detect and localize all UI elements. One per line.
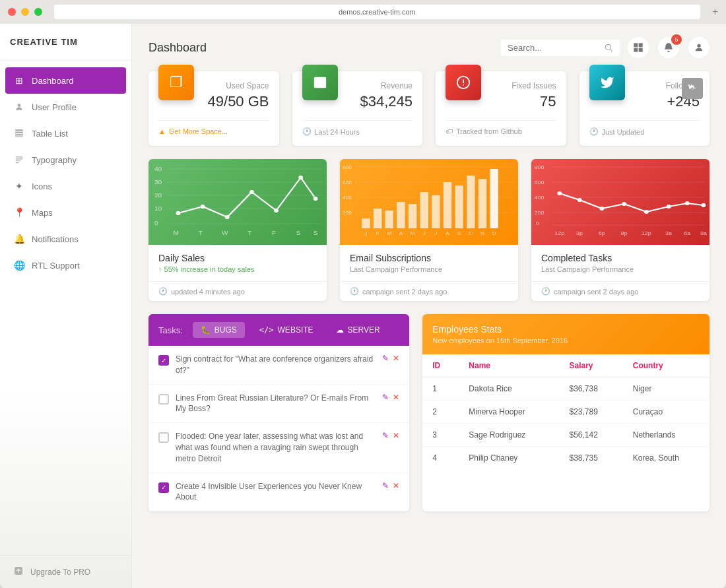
svg-point-38	[298, 176, 303, 180]
svg-point-94	[667, 205, 671, 209]
sidebar-item-rtl-support[interactable]: 🌐 RTL Support	[0, 252, 131, 278]
task-item: Lines From Great Russian Literature? Or …	[148, 385, 409, 424]
svg-text:6a: 6a	[684, 230, 690, 236]
svg-point-16	[697, 44, 700, 48]
task-delete-button-4[interactable]: ✕	[393, 481, 399, 490]
sidebar-item-label: User Profile	[32, 102, 77, 112]
task-delete-button-2[interactable]: ✕	[393, 393, 399, 402]
email-subs-info: Email Subscriptions Last Campaign Perfor…	[340, 245, 518, 281]
task-edit-button-2[interactable]: ✎	[382, 393, 389, 402]
tab-website[interactable]: </> WEBSITE	[251, 322, 321, 338]
fixed-issues-footer: 🏷 Tracked from Github	[446, 120, 556, 135]
daily-sales-subtitle: ↑ 55% increase in today sales	[158, 265, 317, 273]
task-delete-button-1[interactable]: ✕	[393, 354, 399, 363]
minimize-dot[interactable]	[21, 8, 29, 16]
task-checkbox-2[interactable]	[158, 394, 169, 405]
task-checkbox-4[interactable]: ✓	[158, 482, 169, 493]
search-input[interactable]	[508, 43, 600, 53]
clock-icon: 🕐	[350, 287, 359, 296]
svg-rect-14	[634, 48, 638, 52]
upgrade-button[interactable]: Upgrade To PRO	[0, 555, 131, 588]
stat-card-fixed-issues: Fixed Issues 75 🏷 Tracked from Github	[436, 71, 566, 146]
employees-title: Employees Stats	[432, 324, 700, 335]
revenue-footer: 🕐 Last 24 Hours	[302, 120, 413, 136]
task-actions-1: ✎ ✕	[382, 354, 399, 363]
svg-rect-18	[316, 79, 323, 81]
bell-icon	[663, 42, 674, 53]
cell-id: 3	[422, 424, 459, 447]
svg-text:800: 800	[343, 164, 352, 170]
revenue-icon	[302, 65, 338, 100]
stat-card-followers: Followers +245 🕐 Just Updated	[579, 71, 710, 146]
svg-text:W: W	[222, 230, 228, 236]
task-item: Flooded: One year later, assessing what …	[148, 423, 409, 473]
task-edit-button-1[interactable]: ✎	[382, 354, 389, 363]
rtl-icon: 🌐	[13, 259, 25, 271]
sidebar-item-table-list[interactable]: Table List	[0, 120, 131, 147]
task-checkbox-3[interactable]	[158, 432, 169, 443]
clock-icon: 🕐	[589, 127, 599, 136]
settings-gear[interactable]	[682, 78, 703, 99]
svg-text:M: M	[411, 230, 415, 236]
followers-footer: 🕐 Just Updated	[589, 120, 700, 136]
app-layout: CREATIVE TIM ⊞ Dashboard User Profile	[0, 24, 726, 588]
svg-text:0: 0	[536, 220, 539, 226]
tab-bugs[interactable]: 🐛 BUGS	[193, 322, 245, 338]
chart-card-completed-tasks: 800 600 400 200 0	[531, 159, 710, 301]
table-header-row: ID Name Salary Country	[422, 354, 710, 377]
sidebar-item-label: Typography	[32, 155, 77, 165]
user-icon	[13, 101, 25, 113]
svg-text:J: J	[423, 230, 426, 236]
cell-salary: $36,738	[560, 377, 623, 401]
sidebar-item-user-profile[interactable]: User Profile	[0, 94, 131, 120]
table-row: 1 Dakota Rice $36,738 Niger	[422, 377, 710, 401]
svg-text:40: 40	[154, 166, 162, 172]
task-delete-button-3[interactable]: ✕	[393, 431, 399, 440]
svg-point-95	[685, 201, 690, 205]
new-tab-button[interactable]: +	[712, 6, 718, 18]
url-bar[interactable]: demos.creative-tim.com	[54, 5, 700, 19]
svg-text:6p: 6p	[599, 230, 605, 236]
tasks-header: Tasks: 🐛 BUGS </> WEBSITE ☁ SERVER	[148, 314, 409, 346]
task-item: ✓ Sign contract for "What are conference…	[148, 346, 409, 385]
svg-rect-60	[420, 192, 428, 228]
svg-point-89	[557, 191, 562, 195]
svg-text:A: A	[446, 230, 449, 236]
svg-rect-56	[374, 209, 381, 228]
svg-point-93	[644, 210, 649, 214]
notifications-button[interactable]: 5	[658, 37, 679, 58]
svg-rect-2	[15, 132, 23, 133]
svg-text:S: S	[314, 230, 318, 236]
sidebar-item-label: Notifications	[32, 234, 79, 244]
svg-text:20: 20	[154, 192, 162, 199]
sidebar-item-icons[interactable]: ✦ Icons	[0, 173, 131, 199]
grid-button[interactable]	[628, 37, 649, 58]
sidebar-item-dashboard[interactable]: ⊞ Dashboard	[5, 67, 126, 94]
svg-text:800: 800	[535, 164, 544, 170]
svg-rect-57	[385, 211, 393, 228]
svg-line-11	[610, 49, 612, 51]
close-dot[interactable]	[8, 8, 16, 16]
bottom-row: Tasks: 🐛 BUGS </> WEBSITE ☁ SERVER	[148, 314, 710, 511]
notifications-icon: 🔔	[13, 233, 25, 245]
task-edit-button-4[interactable]: ✎	[382, 481, 389, 490]
sidebar-item-maps[interactable]: 📍 Maps	[0, 199, 131, 226]
svg-text:J: J	[434, 230, 437, 236]
email-subs-footer: 🕐 campaign sent 2 days ago	[340, 281, 518, 301]
website-label: WEBSITE	[278, 325, 314, 335]
sidebar-item-typography[interactable]: Typography	[0, 147, 131, 173]
tab-server[interactable]: ☁ SERVER	[328, 322, 388, 338]
sidebar-item-notifications[interactable]: 🔔 Notifications	[0, 226, 131, 252]
top-icons: 5	[628, 37, 710, 58]
svg-point-92	[622, 202, 626, 206]
svg-text:M: M	[387, 230, 391, 236]
footer-text: updated 4 minutes ago	[171, 288, 245, 296]
task-checkbox-1[interactable]: ✓	[158, 355, 169, 366]
task-edit-button-3[interactable]: ✎	[382, 431, 389, 440]
svg-text:T: T	[199, 230, 203, 236]
user-account-button[interactable]	[688, 37, 710, 58]
cell-id: 4	[422, 447, 459, 470]
svg-rect-63	[455, 185, 463, 228]
maximize-dot[interactable]	[34, 8, 42, 16]
sidebar-item-label: RTL Support	[32, 261, 80, 271]
